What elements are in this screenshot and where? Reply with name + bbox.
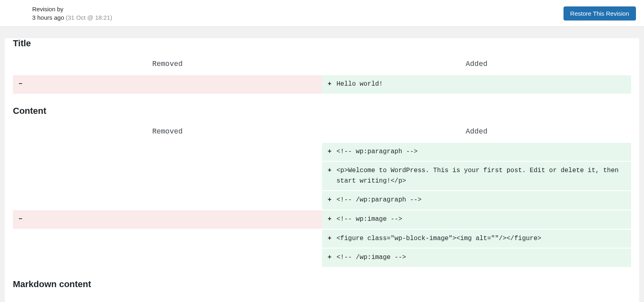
diff-col-removed: Removed bbox=[13, 56, 322, 75]
revision-header-bar: Revision by 3 hours ago (31 Oct @ 18:21)… bbox=[0, 0, 644, 27]
plus-icon: + bbox=[328, 253, 335, 263]
diff-added-line: +Hello world! bbox=[322, 75, 631, 94]
diff-cell-removed bbox=[13, 191, 322, 210]
diff-cell-added: +<!-- /wp:image --> bbox=[322, 249, 631, 268]
plus-icon: + bbox=[328, 166, 335, 176]
diff-row: +<p>Welcome to WordPress. This is your f… bbox=[13, 162, 631, 191]
diff-added-line: +<p>Welcome to WordPress. This is your f… bbox=[322, 162, 631, 190]
diff-added-line: +<!-- /wp:image --> bbox=[322, 249, 631, 267]
diff-removed-line: − bbox=[13, 210, 322, 229]
diff-added-line: +<!-- wp:image --> bbox=[322, 210, 631, 229]
diff-cell-added: +<!-- wp:paragraph --> bbox=[322, 143, 631, 162]
diff-cell-removed bbox=[13, 249, 322, 268]
revision-timestamp: (31 Oct @ 18:21) bbox=[66, 14, 112, 21]
plus-icon: + bbox=[328, 79, 335, 90]
diff-added-line: +<!-- /wp:paragraph --> bbox=[322, 191, 631, 210]
minus-icon: − bbox=[19, 79, 26, 90]
plus-icon: + bbox=[328, 147, 335, 157]
diff-removed-line: − bbox=[13, 75, 322, 94]
diff-cell-added: +<figure class="wp-block-image"><img alt… bbox=[322, 230, 631, 249]
plus-icon: + bbox=[328, 234, 335, 244]
diff-added-line: +<!-- wp:paragraph --> bbox=[322, 143, 631, 161]
revision-meta: Revision by 3 hours ago (31 Oct @ 18:21) bbox=[32, 5, 112, 22]
diff-added-line: +<figure class="wp-block-image"><img alt… bbox=[322, 230, 631, 248]
diff-cell-added: +<!-- wp:image --> bbox=[322, 210, 631, 230]
diff-row: +<!-- /wp:paragraph --> bbox=[13, 191, 631, 210]
revision-by-label: Revision by bbox=[32, 5, 112, 13]
diff-line-text: <!-- wp:paragraph --> bbox=[335, 147, 625, 157]
diff-line-text: Hello world! bbox=[335, 79, 625, 90]
diff-cell-removed bbox=[13, 162, 322, 191]
diff-cell-removed bbox=[13, 143, 322, 162]
revision-time-ago: 3 hours ago bbox=[32, 14, 64, 21]
diff-table: RemovedAdded−+Hello world! bbox=[13, 56, 631, 95]
diff-cell-removed: − bbox=[13, 75, 322, 95]
revision-time-row: 3 hours ago (31 Oct @ 18:21) bbox=[32, 13, 112, 22]
diff-line-text: <figure class="wp-block-image"><img alt=… bbox=[335, 234, 625, 244]
diff-cell-added: +<p>Welcome to WordPress. This is your f… bbox=[322, 162, 631, 191]
diff-cell-added: +Hello world! bbox=[322, 75, 631, 95]
revision-diff-container: TitleRemovedAdded−+Hello world!ContentRe… bbox=[5, 38, 639, 302]
diff-row: −+Hello world! bbox=[13, 75, 631, 95]
diff-section-heading: Title bbox=[13, 38, 631, 49]
diff-row: +<figure class="wp-block-image"><img alt… bbox=[13, 230, 631, 249]
diff-cell-removed bbox=[13, 230, 322, 249]
diff-cell-removed: − bbox=[13, 210, 322, 230]
diff-row: +<!-- /wp:image --> bbox=[13, 249, 631, 268]
diff-col-added: Added bbox=[322, 123, 631, 143]
diff-line-text: <p>Welcome to WordPress. This is your fi… bbox=[335, 166, 625, 186]
diff-table: RemovedAdded+<!-- wp:paragraph -->+<p>We… bbox=[13, 123, 631, 268]
diff-section-heading: Markdown content bbox=[13, 279, 631, 290]
diff-col-removed: Removed bbox=[13, 123, 322, 143]
diff-row: +<!-- wp:paragraph --> bbox=[13, 143, 631, 162]
diff-line-text: <!-- /wp:paragraph --> bbox=[335, 195, 625, 205]
diff-section-heading: Content bbox=[13, 106, 631, 116]
plus-icon: + bbox=[328, 214, 335, 225]
diff-line-text: <!-- wp:image --> bbox=[335, 214, 625, 225]
minus-icon: − bbox=[19, 214, 26, 225]
plus-icon: + bbox=[328, 195, 335, 205]
restore-revision-button[interactable]: Restore This Revision bbox=[564, 6, 636, 21]
diff-line-text: <!-- /wp:image --> bbox=[335, 253, 625, 263]
diff-cell-added: +<!-- /wp:paragraph --> bbox=[322, 191, 631, 210]
diff-col-added: Added bbox=[322, 56, 631, 75]
diff-row: −+<!-- wp:image --> bbox=[13, 210, 631, 230]
